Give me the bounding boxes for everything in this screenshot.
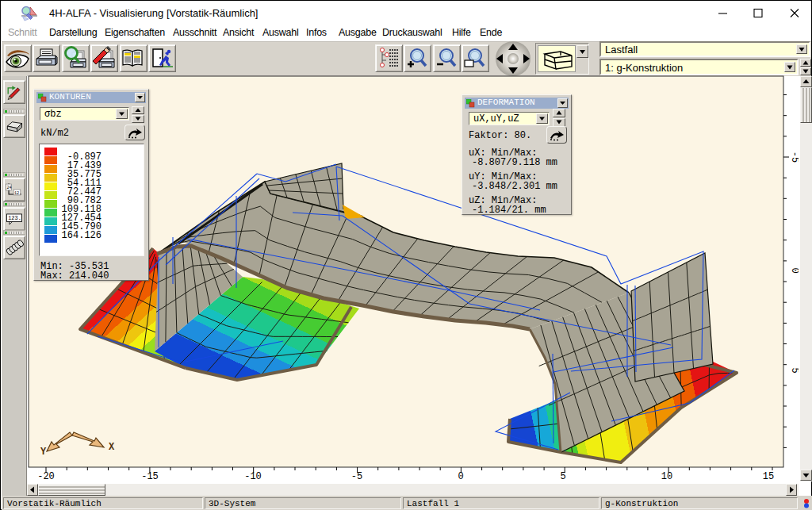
- svg-text:0: 0: [458, 471, 463, 482]
- svg-text:-5: -5: [351, 471, 362, 482]
- svg-text:-20: -20: [37, 471, 55, 482]
- svg-text:X: X: [109, 442, 115, 453]
- svg-text:-5: -5: [789, 151, 799, 163]
- svg-text:123.: 123.: [8, 215, 21, 221]
- svg-text:5: 5: [789, 367, 799, 373]
- svg-text:Y: Y: [40, 447, 47, 458]
- svg-text:10: 10: [661, 471, 672, 482]
- svg-text:-10: -10: [244, 471, 262, 482]
- svg-text:15: 15: [763, 471, 774, 482]
- svg-text:0: 0: [789, 267, 799, 273]
- svg-text:12.: 12.: [14, 191, 21, 196]
- svg-text:5: 5: [560, 471, 565, 482]
- svg-text:-15: -15: [141, 471, 159, 482]
- svg-text:24: 24: [6, 186, 11, 190]
